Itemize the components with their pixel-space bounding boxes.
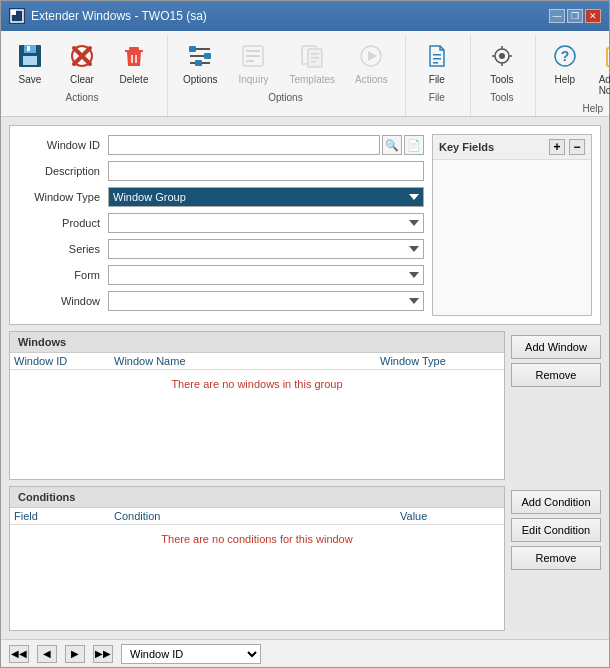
windows-col-name: Window Name	[114, 355, 380, 367]
window-id-input[interactable]	[108, 135, 380, 155]
svg-rect-8	[125, 50, 143, 52]
conditions-empty-message: There are no conditions for this window	[10, 525, 504, 553]
svg-rect-19	[246, 55, 260, 57]
key-fields-remove-button[interactable]: −	[569, 139, 585, 155]
key-fields-title: Key Fields	[439, 141, 494, 153]
actions-button[interactable]: Actions	[346, 35, 397, 90]
svg-point-31	[499, 53, 505, 59]
inquiry-icon	[237, 40, 269, 72]
key-fields-header: Key Fields + −	[433, 135, 591, 160]
svg-rect-20	[246, 60, 254, 62]
remove-window-button[interactable]: Remove	[511, 363, 601, 387]
title-bar-left: Extender Windows - TWO15 (sa)	[9, 8, 207, 24]
tools-icon	[486, 40, 518, 72]
file-icon	[421, 40, 453, 72]
windows-empty-message: There are no windows in this group	[10, 370, 504, 398]
window-id-search-icon[interactable]: 🔍	[382, 135, 402, 155]
toolbar-group-file: File File	[412, 35, 471, 116]
templates-icon	[296, 40, 328, 72]
window-type-select[interactable]: Window Group Single Window Multi Window	[108, 187, 424, 207]
clear-button[interactable]: Clear	[57, 35, 107, 90]
windows-panel: Windows Window ID Window Name Window Typ…	[9, 331, 505, 480]
status-bar: ◀◀ ◀ ▶ ▶▶ Window ID Description Window T…	[1, 639, 609, 667]
tools-group-label: Tools	[490, 92, 513, 105]
add-condition-button[interactable]: Add Condition	[511, 490, 601, 514]
add-window-button[interactable]: Add Window	[511, 335, 601, 359]
clear-icon	[66, 40, 98, 72]
options-group-label: Options	[268, 92, 302, 105]
restore-button[interactable]: ❒	[567, 9, 583, 23]
minimize-button[interactable]: —	[549, 9, 565, 23]
key-fields-add-button[interactable]: +	[549, 139, 565, 155]
series-row: Series	[18, 238, 424, 260]
product-select[interactable]	[108, 213, 424, 233]
nav-prev-button[interactable]: ◀	[37, 645, 57, 663]
file-label: File	[429, 74, 445, 85]
addnote-button[interactable]: ★ Add Note	[590, 35, 610, 101]
inquiry-button[interactable]: Inquiry	[228, 35, 278, 90]
close-button[interactable]: ✕	[585, 9, 601, 23]
templates-button[interactable]: Templates	[280, 35, 344, 90]
windows-col-type: Window Type	[380, 355, 500, 367]
app-icon	[9, 8, 25, 24]
window-id-browse-icon[interactable]: 📄	[404, 135, 424, 155]
conditions-panel-actions: Add Condition Edit Condition Remove	[511, 486, 601, 631]
window-label: Window	[18, 295, 108, 307]
toolbar-buttons-options: Options Inquiry	[174, 35, 397, 90]
svg-rect-25	[311, 61, 316, 63]
key-fields-body	[433, 160, 591, 168]
product-label: Product	[18, 217, 108, 229]
product-row: Product	[18, 212, 424, 234]
svg-rect-1	[11, 10, 16, 15]
nav-first-button[interactable]: ◀◀	[9, 645, 29, 663]
nav-last-button[interactable]: ▶▶	[93, 645, 113, 663]
tools-label: Tools	[490, 74, 513, 85]
window-id-field-group: 🔍 📄	[108, 135, 424, 155]
toolbar-buttons-actions: Save Clear	[5, 35, 159, 90]
main-content: Window ID 🔍 📄 Description Window Type	[1, 117, 609, 639]
svg-rect-7	[129, 47, 139, 50]
options-label: Options	[183, 74, 217, 85]
inquiry-label: Inquiry	[238, 74, 268, 85]
toolbar-group-actions: Save Clear	[5, 35, 168, 116]
help-button[interactable]: ? Help	[542, 35, 588, 101]
options-icon	[184, 40, 216, 72]
edit-condition-button[interactable]: Edit Condition	[511, 518, 601, 542]
file-button[interactable]: File	[412, 35, 462, 90]
conditions-col-condition: Condition	[114, 510, 400, 522]
windows-panel-body: Window ID Window Name Window Type There …	[10, 353, 504, 479]
series-select[interactable]	[108, 239, 424, 259]
description-input[interactable]	[108, 161, 424, 181]
conditions-panel: Conditions Field Condition Value There a…	[9, 486, 505, 631]
options-button[interactable]: Options	[174, 35, 226, 90]
status-field-select[interactable]: Window ID Description Window Type	[121, 644, 261, 664]
form-select[interactable]	[108, 265, 424, 285]
windows-col-id: Window ID	[14, 355, 114, 367]
save-button[interactable]: Save	[5, 35, 55, 90]
delete-button[interactable]: Delete	[109, 35, 159, 90]
series-label: Series	[18, 243, 108, 255]
save-icon	[14, 40, 46, 72]
remove-condition-button[interactable]: Remove	[511, 546, 601, 570]
window-select[interactable]	[108, 291, 424, 311]
actions-icon	[355, 40, 387, 72]
toolbar-group-options: Options Inquiry	[174, 35, 406, 116]
window-type-label: Window Type	[18, 191, 108, 203]
svg-rect-15	[204, 53, 211, 59]
windows-section: Windows Window ID Window Name Window Typ…	[9, 331, 601, 480]
tools-button[interactable]: Tools	[477, 35, 527, 90]
svg-text:?: ?	[560, 48, 569, 64]
windows-table-header: Window ID Window Name Window Type	[10, 353, 504, 370]
toolbar-buttons-tools: Tools	[477, 35, 527, 90]
help-group-label: Help	[583, 103, 604, 116]
title-controls: — ❒ ✕	[549, 9, 601, 23]
window-type-row: Window Type Window Group Single Window M…	[18, 186, 424, 208]
nav-next-button[interactable]: ▶	[65, 645, 85, 663]
window-title: Extender Windows - TWO15 (sa)	[31, 9, 207, 23]
svg-rect-18	[246, 50, 260, 52]
help-label: Help	[554, 74, 575, 85]
toolbar-buttons-help: ? Help ★	[542, 35, 610, 101]
toolbar-group-help: ? Help ★	[542, 35, 610, 116]
window-id-row: Window ID 🔍 📄	[18, 134, 424, 156]
main-window: Extender Windows - TWO15 (sa) — ❒ ✕	[0, 0, 610, 668]
